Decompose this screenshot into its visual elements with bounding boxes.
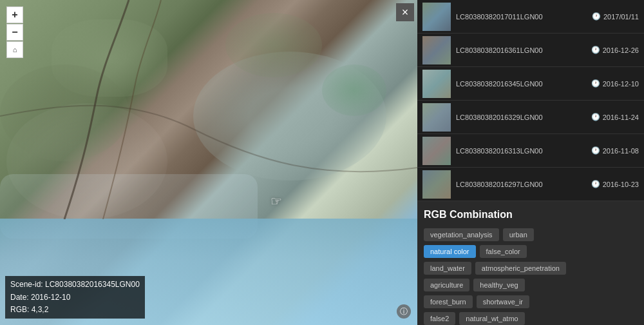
image-thumbnail [422, 103, 451, 132]
rgb-tag-false2[interactable]: false2 [424, 312, 455, 325]
tag-row: false2natural_wt_atmo [424, 312, 638, 325]
image-date-text: 2016-10-23 [603, 181, 639, 188]
image-list-item[interactable]: LC80380382016345LGN00 🕐 2016-12-10 [417, 67, 644, 101]
clock-icon: 🕐 [591, 180, 600, 188]
clock-icon: 🕐 [592, 12, 601, 21]
tag-row: forest_burnshortwave_ir [424, 295, 638, 308]
zoom-out-button[interactable]: − [6, 24, 23, 41]
scene-date-text: Date: 2016-12-10 [10, 291, 140, 304]
rgb-tag-false_color[interactable]: false_color [480, 245, 527, 258]
scene-rgb-text: RGB: 4,3,2 [10, 304, 140, 316]
image-info: LC80380382016313LGN00 🕐 2016-11-08 [456, 146, 639, 155]
clock-icon: 🕐 [591, 79, 600, 88]
clock-icon: 🕐 [591, 146, 600, 155]
rgb-tag-shortwave_ir[interactable]: shortwave_ir [477, 295, 529, 308]
tag-row: vegetation_analysisurban [424, 228, 638, 241]
rgb-combination-section: RGB Combination vegetation_analysisurban… [417, 201, 644, 325]
image-date-text: 2016-11-08 [603, 147, 639, 155]
image-date-text: 2017/01/11 [603, 13, 639, 21]
rgb-tag-natural_wt_atmo[interactable]: natural_wt_atmo [459, 312, 524, 325]
close-button[interactable]: × [396, 3, 414, 21]
tag-row: agriculturehealthy_veg [424, 279, 638, 291]
right-panel: LC80380382017011LGN00 🕐 2017/01/11 LC803… [417, 0, 644, 325]
image-id-text: LC80380382016297LGN00 [456, 181, 543, 188]
image-info: LC80380382016329LGN00 🕐 2016-11-24 [456, 113, 639, 121]
rgb-tag-healthy_veg[interactable]: healthy_veg [473, 279, 524, 291]
scene-id-text: Scene-id: LC80380382016345LGN00 [10, 279, 140, 291]
image-date-text: 2016-11-24 [603, 113, 639, 121]
image-list-item[interactable]: LC80380382016361LGN00 🕐 2016-12-26 [417, 34, 644, 67]
zoom-reset-button[interactable]: ⌂ [6, 41, 23, 58]
image-list-item[interactable]: LC80380382016313LGN00 🕐 2016-11-08 [417, 134, 644, 168]
image-list-item[interactable]: LC80380382017011LGN00 🕐 2017/01/11 [417, 0, 644, 34]
image-thumbnail [422, 70, 451, 98]
image-thumbnail [422, 36, 451, 64]
map-area[interactable]: + − ⌂ × Scene-id: LC80380382016345LGN00 … [0, 0, 417, 325]
image-info: LC80380382016345LGN00 🕐 2016-12-10 [456, 79, 639, 88]
rgb-tag-atmospheric_penetration[interactable]: atmospheric_penetration [475, 262, 566, 275]
image-id-text: LC80380382016329LGN00 [456, 113, 543, 121]
clock-icon: 🕐 [591, 46, 600, 54]
image-thumbnail [422, 170, 451, 199]
rgb-tag-urban[interactable]: urban [503, 228, 534, 241]
image-thumbnail [422, 3, 451, 31]
image-date-text: 2016-12-10 [603, 80, 639, 88]
rgb-tag-vegetation_analysis[interactable]: vegetation_analysis [424, 228, 499, 241]
rgb-tag-forest_burn[interactable]: forest_burn [424, 295, 473, 308]
scene-info-overlay: Scene-id: LC80380382016345LGN00 Date: 20… [5, 276, 145, 319]
image-date-container: 🕐 2016-11-24 [591, 113, 639, 121]
image-info: LC80380382017011LGN00 🕐 2017/01/11 [456, 12, 639, 21]
clock-icon: 🕐 [591, 113, 600, 121]
image-id-text: LC80380382017011LGN00 [456, 13, 543, 21]
tag-row: land_wateratmospheric_penetration [424, 262, 638, 275]
image-date-container: 🕐 2016-12-26 [591, 46, 639, 54]
map-controls: + − ⌂ [6, 6, 23, 58]
rgb-tag-natural-color[interactable]: natural color [424, 245, 476, 258]
image-date-container: 🕐 2017/01/11 [592, 12, 639, 21]
image-id-text: LC80380382016345LGN00 [456, 80, 543, 88]
image-id-text: LC80380382016361LGN00 [456, 46, 543, 54]
image-list-item[interactable]: LC80380382016297LGN00 🕐 2016-10-23 [417, 168, 644, 201]
tag-row: natural colorfalse_color [424, 245, 638, 258]
image-date-text: 2016-12-26 [603, 46, 639, 54]
rgb-tag-land_water[interactable]: land_water [424, 262, 471, 275]
image-thumbnail [422, 137, 451, 165]
image-info: LC80380382016297LGN00 🕐 2016-10-23 [456, 180, 639, 188]
zoom-in-button[interactable]: + [6, 6, 23, 23]
info-button[interactable]: ⓘ [397, 304, 411, 319]
image-date-container: 🕐 2016-12-10 [591, 79, 639, 88]
image-date-container: 🕐 2016-10-23 [591, 180, 639, 188]
image-id-text: LC80380382016313LGN00 [456, 147, 543, 155]
image-info: LC80380382016361LGN00 🕐 2016-12-26 [456, 46, 639, 54]
rgb-combination-title: RGB Combination [424, 209, 638, 221]
image-list: LC80380382017011LGN00 🕐 2017/01/11 LC803… [417, 0, 644, 201]
rgb-tag-agriculture[interactable]: agriculture [424, 279, 469, 291]
tag-container: vegetation_analysisurbannatural colorfal… [424, 228, 638, 325]
image-date-container: 🕐 2016-11-08 [591, 146, 639, 155]
image-list-item[interactable]: LC80380382016329LGN00 🕐 2016-11-24 [417, 101, 644, 134]
